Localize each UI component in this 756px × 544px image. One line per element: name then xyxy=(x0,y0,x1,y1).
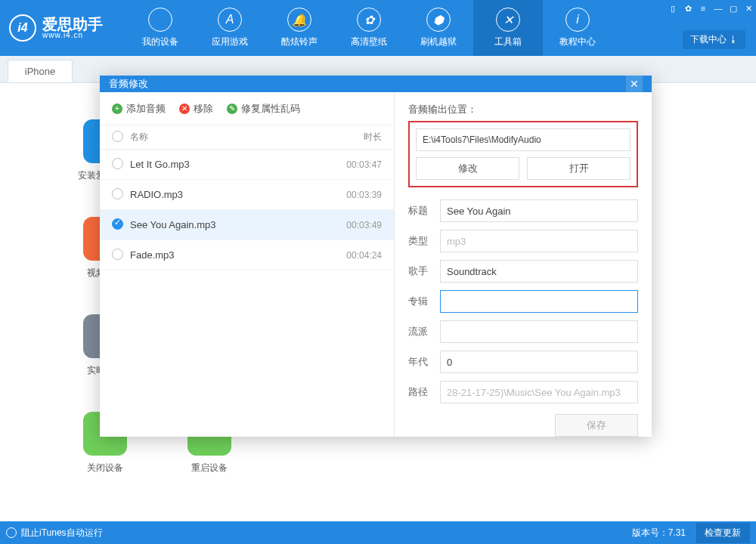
row-radio[interactable] xyxy=(112,188,123,199)
nav-wall-label: 高清壁纸 xyxy=(351,36,387,48)
logo-icon: i4 xyxy=(9,14,36,42)
audio-row[interactable]: RADIO.mp300:03:39 xyxy=(100,180,394,210)
dialog-titlebar: 音频修改 ✕ xyxy=(100,76,652,92)
nav-tools-label: 工具箱 xyxy=(494,36,522,48)
album-label: 专辑 xyxy=(408,295,440,308)
shirt-icon[interactable]: ▯ xyxy=(665,0,680,17)
audio-list-panel: +添加音频 ✕移除 ✎修复属性乱码 名称 时长 Let It Go.mp300:… xyxy=(100,92,395,437)
nav-apps-icon: A xyxy=(218,8,242,32)
genre-input[interactable] xyxy=(440,320,638,343)
type-input xyxy=(440,230,638,252)
nav-flash[interactable]: ⬢刷机越狱 xyxy=(404,0,473,56)
nav-tutorial-icon: i xyxy=(565,8,590,32)
close-icon[interactable]: ✕ xyxy=(741,0,756,17)
nav-device[interactable]: 我的设备 xyxy=(125,0,195,56)
tab-iphone[interactable]: iPhone xyxy=(8,60,73,82)
modify-path-button[interactable]: 修改 xyxy=(416,157,519,180)
audio-modify-dialog: 音频修改 ✕ +添加音频 ✕移除 ✎修复属性乱码 名称 时长 Let It Go… xyxy=(100,76,652,437)
row-duration: 00:03:47 xyxy=(329,159,382,170)
type-label: 类型 xyxy=(408,234,440,248)
check-update-button[interactable]: 检查更新 xyxy=(695,523,750,543)
row-radio[interactable] xyxy=(112,158,123,169)
album-input[interactable] xyxy=(440,290,638,313)
nav-flash-label: 刷机越狱 xyxy=(420,36,457,48)
main-nav: 我的设备A应用游戏🔔酷炫铃声✿高清壁纸⬢刷机越狱✕工具箱i教程中心 xyxy=(125,0,612,56)
nav-tools-icon: ✕ xyxy=(496,8,520,32)
nav-ring-icon: 🔔 xyxy=(287,8,311,32)
col-name: 名称 xyxy=(130,131,329,144)
row-filename: Fade.mp3 xyxy=(130,249,329,261)
fix-encoding-button[interactable]: ✎修复属性乱码 xyxy=(227,102,300,116)
row-duration: 00:03:39 xyxy=(329,190,382,200)
itunes-block-icon[interactable] xyxy=(6,527,17,538)
nav-tutorial-label: 教程中心 xyxy=(559,36,596,48)
logo-title: 爱思助手 xyxy=(42,17,103,32)
maximize-icon[interactable]: ▢ xyxy=(726,0,741,17)
genre-label: 流派 xyxy=(408,325,440,338)
tile-label: 重启设备 xyxy=(191,462,228,474)
tile-label: 关闭设备 xyxy=(87,462,123,474)
dialog-close-icon[interactable]: ✕ xyxy=(626,76,643,92)
year-input[interactable] xyxy=(440,351,638,373)
nav-apps[interactable]: A应用游戏 xyxy=(195,0,265,56)
nav-apps-label: 应用游戏 xyxy=(212,36,248,48)
window-controls: ▯ ✿ ≡ — ▢ ✕ xyxy=(665,0,756,17)
row-filename: Let It Go.mp3 xyxy=(130,159,329,170)
settings-icon[interactable]: ✿ xyxy=(680,0,696,17)
app-logo: i4 爱思助手 www.i4.cn xyxy=(9,14,103,42)
logo-url: www.i4.cn xyxy=(42,32,103,39)
nav-wall[interactable]: ✿高清壁纸 xyxy=(334,0,404,56)
row-duration: 00:04:24 xyxy=(329,250,382,261)
add-audio-button[interactable]: +添加音频 xyxy=(112,102,166,116)
save-button[interactable]: 保存 xyxy=(555,414,638,437)
year-label: 年代 xyxy=(408,355,440,369)
row-duration: 00:03:49 xyxy=(329,220,382,230)
output-path-label: 音频输出位置： xyxy=(408,103,638,116)
audio-rows: Let It Go.mp300:03:47RADIO.mp300:03:39Se… xyxy=(100,150,394,270)
minimize-icon[interactable]: — xyxy=(711,0,726,17)
nav-device-label: 我的设备 xyxy=(142,36,178,48)
nav-ring[interactable]: 🔔酷炫铃声 xyxy=(265,0,334,56)
title-input[interactable] xyxy=(440,199,638,222)
nav-device-icon xyxy=(148,8,172,32)
remove-audio-button[interactable]: ✕移除 xyxy=(179,102,213,116)
nav-wall-icon: ✿ xyxy=(357,8,381,32)
path-label: 路径 xyxy=(408,385,440,399)
itunes-block-label[interactable]: 阻止iTunes自动运行 xyxy=(21,527,103,539)
audio-row[interactable]: Fade.mp300:04:24 xyxy=(100,240,394,270)
title-label: 标题 xyxy=(408,204,440,218)
open-path-button[interactable]: 打开 xyxy=(527,157,631,180)
output-path-box: 修改 打开 xyxy=(408,121,638,187)
status-bar: 阻止iTunes自动运行 版本号：7.31 检查更新 xyxy=(0,521,756,544)
row-radio[interactable] xyxy=(112,249,123,260)
menu-icon[interactable]: ≡ xyxy=(696,0,711,17)
artist-input[interactable] xyxy=(440,260,638,283)
artist-label: 歌手 xyxy=(408,264,440,278)
audio-table-header: 名称 时长 xyxy=(100,125,394,150)
nav-flash-icon: ⬢ xyxy=(426,8,451,32)
dialog-title: 音频修改 xyxy=(109,77,148,91)
download-center-button[interactable]: 下载中心 ⭳ xyxy=(683,30,745,49)
row-filename: RADIO.mp3 xyxy=(130,189,329,200)
nav-tutorial[interactable]: i教程中心 xyxy=(543,0,612,56)
nav-tools[interactable]: ✕工具箱 xyxy=(473,0,543,56)
nav-ring-label: 酷炫铃声 xyxy=(281,36,318,48)
app-header: i4 爱思助手 www.i4.cn 我的设备A应用游戏🔔酷炫铃声✿高清壁纸⬢刷机… xyxy=(0,0,756,56)
output-path-input[interactable] xyxy=(416,128,631,151)
path-input xyxy=(440,381,638,403)
row-radio[interactable] xyxy=(112,218,123,230)
audio-detail-panel: 音频输出位置： 修改 打开 标题 类型 歌手 专辑 流派 年代 路径 保存 xyxy=(395,92,652,437)
audio-row[interactable]: See You Again.mp300:03:49 xyxy=(100,210,394,240)
select-all-radio[interactable] xyxy=(112,131,123,142)
audio-row[interactable]: Let It Go.mp300:03:47 xyxy=(100,150,394,180)
row-filename: See You Again.mp3 xyxy=(130,219,329,230)
version-label: 版本号：7.31 xyxy=(632,527,686,539)
audio-toolbar: +添加音频 ✕移除 ✎修复属性乱码 xyxy=(100,92,394,125)
col-duration: 时长 xyxy=(329,131,382,144)
